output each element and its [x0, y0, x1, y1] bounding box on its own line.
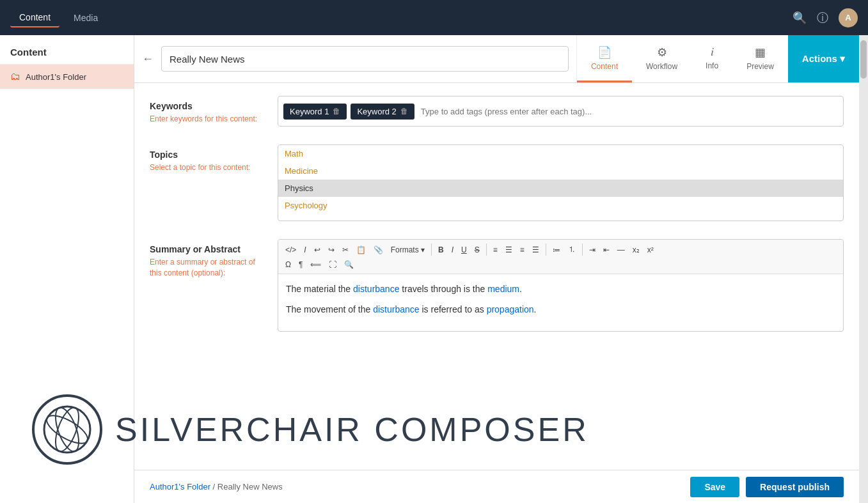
- rte-sup-btn[interactable]: x²: [644, 242, 657, 257]
- topics-sublabel: Select a topic for this content:: [150, 162, 265, 173]
- info-tab-icon: 𝑖: [711, 45, 714, 59]
- rte-paste-btn[interactable]: 📎: [370, 242, 386, 257]
- bottom-actions: Save Request publish: [690, 477, 844, 497]
- keywords-row: Keywords Enter keywords for this content…: [150, 96, 844, 127]
- rte-strike-btn[interactable]: S: [471, 242, 483, 257]
- rte-sep-4: [582, 244, 583, 256]
- topic-medicine[interactable]: Medicine: [278, 162, 843, 180]
- actions-button[interactable]: Actions ▾: [788, 35, 859, 82]
- rte-ul-btn[interactable]: ≔: [549, 242, 564, 257]
- keyword-2-text: Keyword 2: [357, 107, 396, 116]
- topics-list[interactable]: Math Medicine Physics Psychology: [278, 144, 844, 221]
- rte-align-justify-btn[interactable]: ☰: [529, 242, 542, 257]
- scrollbar-track[interactable]: [859, 35, 868, 503]
- rte-indent-btn[interactable]: ⇥: [586, 242, 599, 257]
- rte-sub-btn[interactable]: x₂: [629, 242, 643, 257]
- topic-math[interactable]: Math: [278, 145, 843, 162]
- rte-sep-1: [431, 244, 432, 256]
- save-button[interactable]: Save: [690, 477, 739, 497]
- keywords-container[interactable]: Keyword 1 🗑 Keyword 2 🗑: [278, 96, 844, 127]
- rte-help-btn[interactable]: 🔍: [341, 258, 357, 271]
- rte-toolbar: </> I ↩ ↪ ✂ 📋 📎 Formats ▾ B I: [278, 240, 843, 274]
- rte-fullscreen-btn[interactable]: ⛶: [326, 258, 340, 271]
- topic-psychology[interactable]: Psychology: [278, 197, 843, 214]
- rte-italic-btn[interactable]: I: [301, 242, 309, 257]
- rte-copy-btn[interactable]: 📋: [353, 242, 369, 257]
- workflow-tab-icon: ⚙: [657, 45, 667, 59]
- help-icon[interactable]: ⓘ: [817, 10, 828, 26]
- scrollbar-thumb[interactable]: [860, 40, 867, 79]
- breadcrumb-item: Really New News: [217, 482, 283, 491]
- rte-sep-3: [546, 244, 546, 256]
- preview-tab-icon: ▦: [755, 45, 766, 59]
- tab-preview-label: Preview: [746, 62, 774, 71]
- user-avatar[interactable]: A: [839, 8, 858, 27]
- search-icon[interactable]: 🔍: [793, 11, 807, 25]
- keyword-2-delete[interactable]: 🗑: [400, 107, 408, 116]
- keyword-1-text: Keyword 1: [290, 107, 329, 116]
- rte-formats-btn[interactable]: Formats ▾: [388, 242, 428, 257]
- rte-redo-btn[interactable]: ↪: [325, 242, 338, 257]
- rte-link-medium: medium: [487, 284, 519, 294]
- title-input[interactable]: [161, 46, 569, 72]
- summary-label: Summary or Abstract: [150, 244, 265, 254]
- content-area: ← 📄 Content ⚙ Workflow 𝑖 Info ▦ Preview: [134, 35, 859, 503]
- nav-media[interactable]: Media: [65, 9, 107, 27]
- keyword-1-delete[interactable]: 🗑: [333, 107, 340, 116]
- keyword-tag-1[interactable]: Keyword 1 🗑: [283, 104, 347, 120]
- rte-para-1: The material the disturbance travels thr…: [286, 282, 835, 296]
- keywords-sublabel: Enter keywords for this content:: [150, 114, 265, 125]
- rte-align-right-btn[interactable]: ≡: [517, 242, 528, 257]
- rte-toolbar-row-1: </> I ↩ ↪ ✂ 📋 📎 Formats ▾ B I: [282, 242, 839, 257]
- nav-right: 🔍 ⓘ A: [793, 8, 858, 27]
- topics-label-col: Topics Select a topic for this content:: [150, 144, 265, 173]
- rte-ol-btn[interactable]: ⒈: [565, 242, 579, 257]
- keyword-tag-2[interactable]: Keyword 2 🗑: [351, 104, 414, 120]
- topics-control: Math Medicine Physics Psychology: [278, 144, 844, 221]
- tab-preview[interactable]: ▦ Preview: [732, 35, 788, 82]
- rte-outdent-btn[interactable]: ⇤: [600, 242, 613, 257]
- rte-para-2: The movement of the disturbance is refer…: [286, 302, 835, 316]
- tab-info[interactable]: 𝑖 Info: [691, 35, 732, 82]
- breadcrumb-folder-link[interactable]: Author1's Folder: [150, 482, 210, 491]
- sidebar-header: Content: [0, 40, 134, 65]
- content-tab-icon: 📄: [597, 45, 612, 59]
- rich-text-editor: </> I ↩ ↪ ✂ 📋 📎 Formats ▾ B I: [278, 239, 844, 332]
- rte-para-btn[interactable]: ¶: [296, 258, 306, 271]
- summary-row: Summary or Abstract Enter a summary or a…: [150, 239, 844, 332]
- rte-content[interactable]: The material the disturbance travels thr…: [278, 274, 843, 331]
- tab-info-label: Info: [706, 61, 718, 70]
- rte-bold-btn[interactable]: B: [435, 242, 447, 257]
- back-button[interactable]: ←: [134, 35, 161, 82]
- rte-sep-2: [486, 244, 487, 256]
- tab-workflow[interactable]: ⚙ Workflow: [632, 35, 691, 82]
- rte-undo-btn[interactable]: ↩: [311, 242, 324, 257]
- rte-rtl-btn[interactable]: ⟸: [307, 258, 324, 271]
- folder-icon: 🗂: [10, 71, 20, 82]
- rte-cut-btn[interactable]: ✂: [339, 242, 352, 257]
- rte-align-center-btn[interactable]: ☰: [502, 242, 516, 257]
- rte-link-disturbance1: disturbance: [353, 284, 399, 294]
- keywords-input[interactable]: [418, 104, 838, 119]
- rte-special-btn[interactable]: Ω: [282, 258, 294, 271]
- rte-code-btn[interactable]: </>: [282, 242, 299, 257]
- rte-hr-btn[interactable]: —: [614, 242, 628, 257]
- topics-label: Topics: [150, 150, 265, 160]
- rte-align-left-btn[interactable]: ≡: [490, 242, 501, 257]
- summary-control: </> I ↩ ↪ ✂ 📋 📎 Formats ▾ B I: [278, 239, 844, 332]
- rte-underline-btn[interactable]: U: [458, 242, 470, 257]
- request-publish-button[interactable]: Request publish: [746, 477, 844, 497]
- rte-link-disturbance2: disturbance: [373, 304, 419, 314]
- rte-italic2-btn[interactable]: I: [448, 242, 457, 257]
- keywords-label: Keywords: [150, 101, 265, 111]
- breadcrumb-separator: /: [213, 482, 217, 491]
- topic-physics[interactable]: Physics: [278, 180, 843, 197]
- tab-content[interactable]: 📄 Content: [577, 35, 632, 82]
- keywords-control: Keyword 1 🗑 Keyword 2 🗑: [278, 96, 844, 127]
- sidebar-item-folder[interactable]: 🗂 Author1's Folder: [0, 65, 134, 89]
- main-layout: Content 🗂 Author1's Folder ← 📄 Content ⚙…: [0, 35, 868, 503]
- tab-group: 📄 Content ⚙ Workflow 𝑖 Info ▦ Preview Ac…: [576, 35, 859, 82]
- keywords-label-col: Keywords Enter keywords for this content…: [150, 96, 265, 125]
- bottom-bar: Author1's Folder / Really New News Save …: [134, 470, 859, 503]
- nav-content[interactable]: Content: [10, 8, 59, 27]
